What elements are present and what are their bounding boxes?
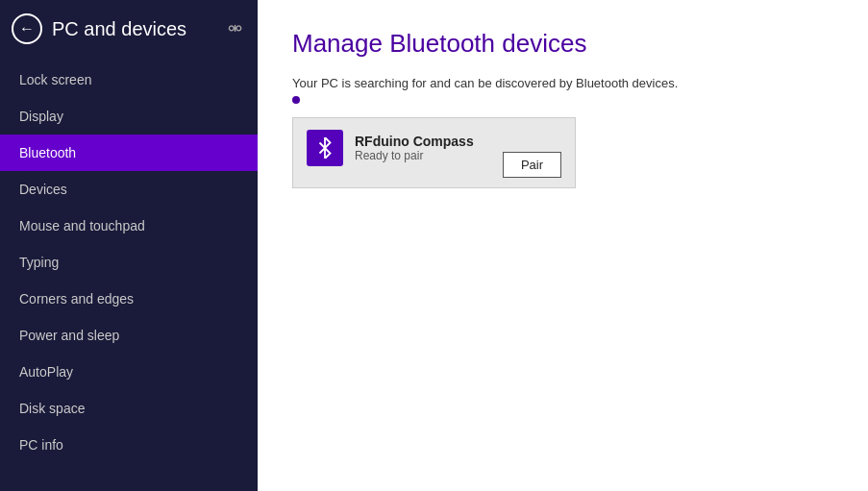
device-row: RFduino Compass Ready to pair xyxy=(307,130,474,166)
device-card: RFduino Compass Ready to pair Pair xyxy=(292,117,576,188)
sidebar-header: ← PC and devices ⚮ xyxy=(0,0,258,58)
scanning-indicator xyxy=(292,96,300,104)
bluetooth-icon xyxy=(314,137,335,159)
sidebar-item-disk-space[interactable]: Disk space xyxy=(0,390,258,427)
sidebar-item-power-sleep[interactable]: Power and sleep xyxy=(0,317,258,354)
sidebar-item-bluetooth[interactable]: Bluetooth xyxy=(0,135,258,171)
device-icon xyxy=(307,130,343,166)
sidebar-title: PC and devices xyxy=(52,18,186,40)
back-button[interactable]: ← xyxy=(12,13,42,44)
sidebar-item-pc-info[interactable]: PC info xyxy=(0,427,258,463)
search-button[interactable]: ⚮ xyxy=(228,18,242,39)
page-title: Manage Bluetooth devices xyxy=(292,29,833,59)
sidebar-item-display[interactable]: Display xyxy=(0,98,258,135)
sidebar-item-mouse-touchpad[interactable]: Mouse and touchpad xyxy=(0,208,258,244)
device-info: RFduino Compass Ready to pair xyxy=(355,134,474,162)
device-name: RFduino Compass xyxy=(355,134,474,149)
sidebar-item-lock-screen[interactable]: Lock screen xyxy=(0,61,258,98)
sidebar-item-autoplay[interactable]: AutoPlay xyxy=(0,354,258,390)
status-text: Your PC is searching for and can be disc… xyxy=(292,76,833,90)
main-content: Manage Bluetooth devices Your PC is sear… xyxy=(258,0,868,491)
device-status: Ready to pair xyxy=(355,149,474,162)
sidebar-item-devices[interactable]: Devices xyxy=(0,171,258,208)
sidebar: ← PC and devices ⚮ Lock screen Display B… xyxy=(0,0,258,491)
pair-button[interactable]: Pair xyxy=(503,152,561,178)
sidebar-item-corners-edges[interactable]: Corners and edges xyxy=(0,281,258,317)
sidebar-item-typing[interactable]: Typing xyxy=(0,244,258,281)
